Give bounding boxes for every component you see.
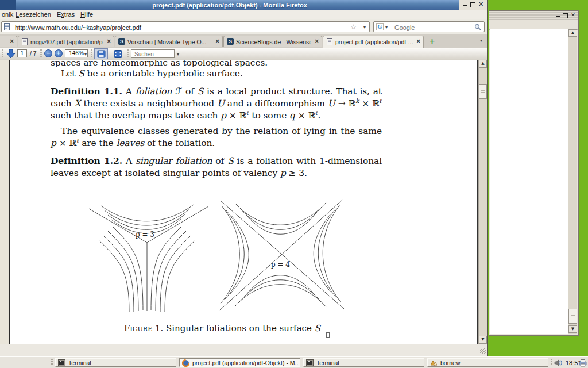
close-icon[interactable]: ✕ bbox=[570, 13, 576, 18]
page-number-input[interactable]: 1 bbox=[17, 49, 27, 57]
maximize-icon[interactable] bbox=[563, 13, 568, 18]
resize-grip[interactable] bbox=[480, 348, 486, 354]
grip-line bbox=[481, 90, 485, 91]
pdf-page: spaces are homeomorphic as topological s… bbox=[10, 60, 477, 344]
url-dropdown-icon[interactable]: ▾ bbox=[363, 25, 366, 30]
tab-close-icon[interactable]: × bbox=[416, 37, 421, 45]
tab-close-icon[interactable]: × bbox=[215, 37, 220, 45]
zoom-level-select[interactable]: 146% ▾ bbox=[65, 49, 88, 57]
grip-line bbox=[571, 319, 575, 319]
new-tab-button[interactable]: + bbox=[427, 37, 437, 46]
tab-label: project.pdf (application/pdf-... bbox=[335, 38, 413, 46]
fit-page-button[interactable] bbox=[111, 48, 125, 59]
background-window[interactable]: ✕ ▲ ▼ bbox=[489, 10, 579, 336]
scienceblogs-icon: S bbox=[227, 38, 234, 45]
taskbar-separator bbox=[551, 359, 552, 366]
scroll-up-icon[interactable]: ▲ bbox=[568, 29, 577, 37]
next-page-icon[interactable] bbox=[6, 49, 16, 59]
pdf-navigation-pane[interactable] bbox=[0, 60, 10, 344]
scroll-down-icon[interactable]: ▼ bbox=[479, 336, 487, 344]
grip-line bbox=[481, 92, 485, 93]
url-bar[interactable]: ☆ ▾ bbox=[1, 21, 370, 32]
menu-item-lesezeichen[interactable]: Lesezeichen bbox=[14, 10, 53, 18]
taskbar-button-label: bornew bbox=[440, 359, 546, 366]
zoom-in-button[interactable]: + bbox=[55, 49, 63, 57]
tab-close-icon[interactable]: × bbox=[10, 37, 14, 45]
tab-close-icon[interactable]: × bbox=[315, 37, 319, 45]
figure-caption: Figure 1. Singular foliations on the sur… bbox=[61, 323, 383, 334]
tab-bar: × mcgv407.pdf (application/p... × S Vors… bbox=[0, 34, 487, 48]
toolbar-grip bbox=[127, 49, 129, 58]
scrollbar-thumb[interactable] bbox=[568, 309, 577, 324]
close-icon[interactable]: ✕ bbox=[478, 2, 483, 7]
taskbar-button-bornew[interactable]: bornew bbox=[427, 358, 548, 367]
pdf-search-field[interactable] bbox=[131, 49, 175, 58]
background-window-titlebar[interactable]: ✕ bbox=[489, 11, 578, 20]
fit-page-icon bbox=[114, 50, 122, 58]
grip-line bbox=[481, 94, 485, 94]
navigation-toolbar: ☆ ▾ G ▾ bbox=[0, 19, 487, 35]
taskbar-grip[interactable] bbox=[51, 359, 53, 366]
search-icon[interactable] bbox=[474, 24, 482, 31]
page-favicon bbox=[3, 23, 11, 30]
menu-item-hilfe[interactable]: Hilfe bbox=[79, 10, 95, 18]
pdf-scrollbar[interactable]: ▲ ▼ bbox=[478, 60, 487, 344]
pdf-toolbar: 1 / 7 − + 146% ▾ bbox=[0, 48, 487, 60]
pdf-document-icon bbox=[21, 38, 28, 45]
chevron-down-icon[interactable]: ▾ bbox=[84, 52, 87, 57]
figure-foliation-p4: p = 4 bbox=[214, 195, 347, 315]
tab-project-pdf-active[interactable]: project.pdf (application/pdf-... × bbox=[323, 36, 424, 48]
tab-label: Vorschau | Movable Type O... bbox=[127, 38, 212, 46]
menu-item-extras[interactable]: Extras bbox=[55, 10, 76, 18]
scroll-up-icon[interactable]: ▲ bbox=[479, 60, 487, 68]
save-button[interactable] bbox=[94, 48, 108, 59]
url-input[interactable] bbox=[14, 22, 338, 32]
taskbar-button-label: Terminal bbox=[68, 359, 174, 366]
minimize-icon[interactable] bbox=[556, 16, 560, 17]
tab-scienceblogs[interactable]: S ScienceBlogs.de - Wissensc... × bbox=[223, 36, 322, 47]
minimize-icon[interactable] bbox=[463, 5, 467, 6]
scroll-down-icon[interactable]: ▼ bbox=[568, 325, 577, 333]
zoom-level-value: 146% bbox=[69, 50, 84, 56]
volume-icon[interactable] bbox=[554, 359, 563, 367]
scrollbar-thumb[interactable] bbox=[479, 84, 487, 99]
scrollbar[interactable]: ▲ ▼ bbox=[568, 29, 577, 334]
search-engine-dropdown-icon[interactable]: ▾ bbox=[385, 25, 388, 30]
search-bar[interactable]: G ▾ bbox=[373, 21, 485, 32]
taskbar-button-terminal-1[interactable]: Terminal bbox=[55, 358, 176, 367]
zoom-out-button[interactable]: − bbox=[44, 49, 52, 57]
tab-close-icon[interactable]: × bbox=[107, 37, 111, 45]
tab-mcgv407[interactable]: mcgv407.pdf (application/p... × bbox=[18, 36, 114, 47]
taskbar: Terminal project.pdf (application/pdf-Ob… bbox=[0, 356, 588, 368]
pdf-search-input[interactable] bbox=[133, 51, 173, 58]
toolbar-grip bbox=[2, 49, 3, 58]
bookmark-star-icon[interactable]: ☆ bbox=[350, 22, 357, 32]
menubar: onik Lesezeichen Extras Hilfe bbox=[0, 10, 487, 19]
bornew-icon bbox=[430, 359, 438, 366]
menu-item-chronik-partial[interactable]: onik bbox=[0, 10, 15, 18]
printer-icon[interactable] bbox=[579, 359, 587, 367]
maximize-icon[interactable] bbox=[470, 2, 475, 7]
google-icon[interactable]: G bbox=[376, 23, 384, 30]
clipped-next-line-artifact bbox=[326, 332, 330, 338]
tab-vorschau[interactable]: S Vorschau | Movable Type O... × bbox=[115, 36, 223, 47]
toolbar-grip bbox=[40, 49, 42, 58]
tab-list-dropdown-icon[interactable]: ▾ bbox=[480, 38, 482, 44]
pdf-plugin-area: spaces are homeomorphic as topological s… bbox=[0, 60, 487, 344]
grip-line bbox=[571, 315, 575, 316]
background-window-content: ▲ ▼ bbox=[490, 29, 577, 334]
terminal-icon bbox=[58, 359, 65, 366]
tab-partial[interactable]: × bbox=[0, 36, 17, 47]
taskbar-button-firefox-active[interactable]: project.pdf (application/pdf-Objekt) - M… bbox=[179, 358, 300, 367]
paragraph: Let S be a orientable hyperbolic surface… bbox=[51, 68, 382, 80]
paragraph-definition-1-2: Definition 1.2. A singular foliation of … bbox=[51, 155, 382, 179]
titlebar-buttons: ✕ bbox=[459, 0, 487, 10]
save-icon bbox=[97, 50, 106, 58]
taskbar-button-terminal-2[interactable]: Terminal bbox=[303, 358, 424, 367]
desktop: ✕ ▲ ▼ project.pdf (application/pdf-Objek… bbox=[0, 0, 588, 368]
toolbar-grip bbox=[91, 49, 92, 58]
pdf-search-dropdown-icon[interactable]: ▾ bbox=[177, 52, 179, 57]
search-input[interactable] bbox=[393, 22, 470, 32]
titlebar[interactable]: project.pdf (application/pdf-Objekt) - M… bbox=[0, 0, 487, 10]
terminal-icon bbox=[306, 359, 314, 366]
